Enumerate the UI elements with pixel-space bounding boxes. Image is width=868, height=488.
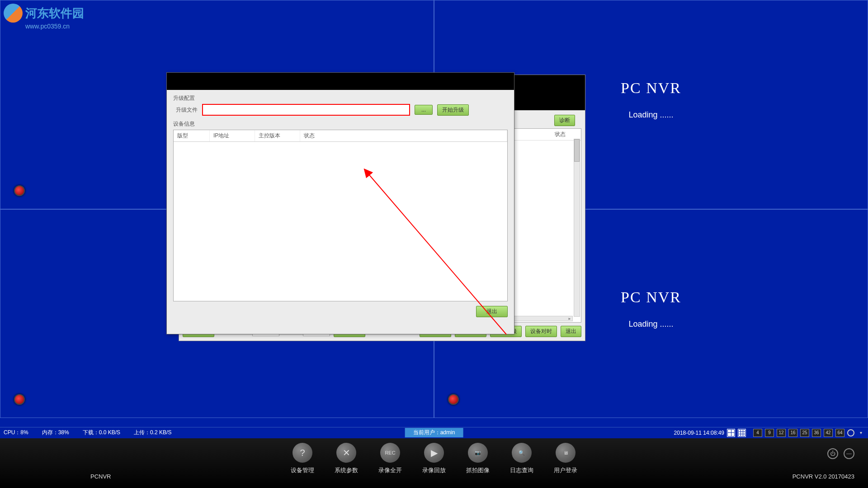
device-manage-button[interactable]: ?设备管理 [291, 443, 314, 474]
upgrade-exit-button[interactable]: 退出 [476, 306, 508, 317]
playback-label: 录像回放 [422, 466, 446, 474]
record-all-label: 录像全开 [378, 466, 402, 474]
browse-button[interactable]: ... [415, 105, 433, 115]
snapshot-button[interactable]: 📷抓拍图像 [466, 443, 490, 474]
layout-16-button[interactable]: 16 [788, 429, 797, 437]
layout-25-button[interactable]: 25 [800, 429, 809, 437]
snapshot-icon: 📷 [468, 443, 488, 463]
watermark: 河东软件园 www.pc0359.cn [4, 4, 84, 30]
layout-36-button[interactable]: 36 [812, 429, 821, 437]
watermark-logo-icon [4, 4, 23, 23]
layout-2x2-icon[interactable] [727, 429, 735, 437]
col-status: 状态 [300, 130, 507, 141]
record-indicator-icon [14, 185, 25, 196]
version-label: PCNVR V2.0 20170423 [793, 473, 854, 480]
upgrade-dialog-titlebar[interactable] [167, 73, 514, 90]
device-manage-label: 设备管理 [291, 466, 314, 474]
col-status: 状态 [555, 131, 577, 138]
col-type: 版型 [174, 130, 210, 141]
app-name: PCNVR [90, 473, 111, 480]
user-login-label: 用户登录 [554, 466, 577, 474]
pc-nvr-title: PC NVR [621, 80, 681, 97]
exit-button[interactable]: 退出 [561, 326, 581, 337]
main-toolbar: PCNVR ?设备管理✕系统参数REC录像全开▶录像回放📷抓拍图像🔍日志查询🖥用… [0, 438, 868, 488]
watermark-title: 河东软件园 [25, 5, 84, 21]
diagnose-button[interactable]: 诊断 [554, 115, 575, 126]
user-login-icon: 🖥 [556, 443, 576, 463]
pc-nvr-title: PC NVR [621, 289, 681, 306]
device-manage-icon: ? [292, 443, 312, 463]
log-query-icon: 🔍 [512, 443, 532, 463]
layout-4-button[interactable]: 4 [753, 429, 762, 437]
layout-12-button[interactable]: 12 [777, 429, 786, 437]
col-version: 主控版本 [255, 130, 300, 141]
record-all-button[interactable]: REC录像全开 [378, 443, 402, 474]
start-upgrade-button[interactable]: 开始升级 [437, 104, 469, 116]
watermark-url: www.pc0359.cn [25, 23, 84, 30]
fullscreen-icon[interactable] [847, 429, 854, 436]
upgrade-file-label: 升级文件 [173, 106, 198, 114]
layout-9-button[interactable]: 9 [765, 429, 774, 437]
layout-64-button[interactable]: 64 [835, 429, 844, 437]
layout-3x3-icon[interactable] [738, 429, 746, 437]
col-ip: IP地址 [210, 130, 255, 141]
loading-block: PC NVR Loading ...... [621, 289, 681, 329]
snapshot-label: 抓拍图像 [466, 466, 490, 474]
record-indicator-icon [14, 394, 25, 405]
loading-text: Loading ...... [621, 319, 681, 329]
cpu-usage: CPU：8% [4, 429, 28, 436]
device-info-table: 版型 IP地址 主控版本 状态 [173, 130, 508, 301]
datetime: 2018-09-11 14:08:49 [674, 430, 724, 436]
playback-icon: ▶ [424, 443, 444, 463]
log-query-button[interactable]: 🔍日志查询 [510, 443, 533, 474]
info-bar: CPU：8% 内存：38% 下载：0.0 KB/S 上传：0.2 KB/S 当前… [0, 427, 868, 438]
log-query-label: 日志查询 [510, 466, 533, 474]
upgrade-file-input[interactable] [202, 104, 410, 116]
device-sync-button[interactable]: 设备对时 [525, 326, 557, 337]
device-info-label: 设备信息 [173, 120, 508, 128]
record-indicator-icon [448, 394, 459, 405]
loading-text: Loading ...... [621, 110, 681, 120]
playback-button[interactable]: ▶录像回放 [422, 443, 446, 474]
system-params-button[interactable]: ✕系统参数 [335, 443, 358, 474]
scrollbar-vertical[interactable] [574, 139, 580, 317]
collapse-icon[interactable]: ▾ [857, 429, 864, 436]
user-login-button[interactable]: 🖥用户登录 [554, 443, 577, 474]
record-all-icon: REC [380, 443, 400, 463]
upgrade-dialog: 升级配置 升级文件 ... 开始升级 设备信息 版型 IP地址 主控版本 状态 … [166, 72, 514, 334]
power-icon[interactable]: ⏻ [827, 448, 838, 459]
download-speed: 下载：0.0 KB/S [83, 429, 120, 436]
upload-speed: 上传：0.2 KB/S [134, 429, 171, 436]
minimize-icon[interactable]: — [844, 448, 854, 459]
current-user: 当前用户：admin [405, 428, 463, 437]
layout-42-button[interactable]: 42 [824, 429, 833, 437]
loading-block: PC NVR Loading ...... [621, 80, 681, 120]
upgrade-config-label: 升级配置 [173, 94, 508, 102]
system-params-icon: ✕ [336, 443, 356, 463]
system-params-label: 系统参数 [335, 466, 358, 474]
memory-usage: 内存：38% [42, 429, 69, 436]
